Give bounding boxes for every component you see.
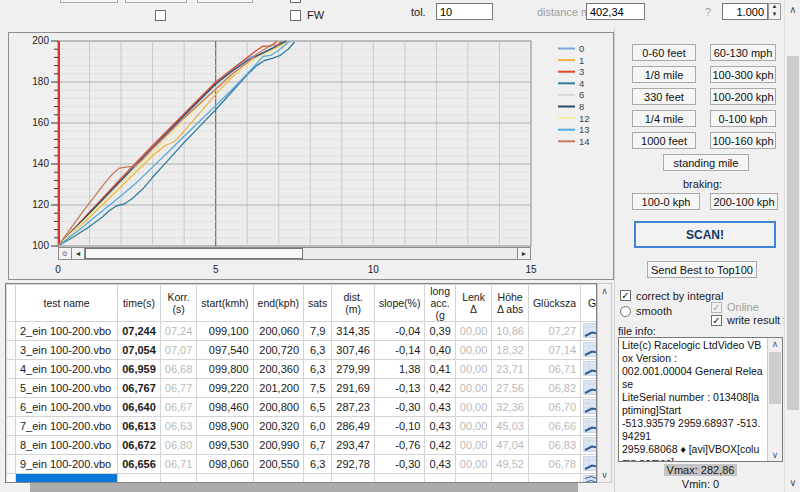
tolerance-input[interactable] [436, 3, 493, 20]
spinner-up-icon[interactable]: ▲ [769, 3, 780, 9]
table-row[interactable]: 7_ein 100-200.vbo06,61306,63098,900200,3… [7, 417, 598, 436]
row-selector[interactable] [7, 360, 16, 379]
column-header-test-name[interactable]: test name [16, 285, 118, 322]
braking-button-100-0-kph[interactable]: 100-0 kph [632, 193, 700, 210]
distance-input[interactable] [586, 3, 645, 20]
range-button-0-100-kph[interactable]: 0-100 kph [710, 110, 776, 127]
row-selector[interactable] [7, 436, 16, 455]
table-row[interactable]: 3_ein 100-200.vbo07,05407,07097,540200,7… [7, 341, 598, 360]
svg-text:100: 100 [32, 240, 49, 251]
table-scroll-down-icon[interactable]: ∨ [598, 470, 611, 480]
range-button-100-160-kph[interactable]: 100-160 kph [710, 132, 776, 149]
scan-button[interactable]: SCAN! [634, 221, 776, 248]
table-hscroll-thumb[interactable] [30, 483, 578, 492]
toolbar-partial-button-1[interactable] [60, 0, 118, 3]
column-header-korr-s[interactable]: Korr.(s) [160, 285, 197, 322]
table-row[interactable]: 8_ein 100-200.vbo06,67206,80099,530200,9… [7, 436, 598, 455]
standing-mile-button[interactable]: standing mile [663, 154, 749, 171]
table-row[interactable]: 6_ein 100-200.vbo06,64006,67098,460200,8… [7, 398, 598, 417]
chart-scroll-left-icon[interactable]: ◄ [72, 248, 85, 259]
range-button-60-130-mph[interactable]: 60-130 mph [710, 44, 776, 61]
cell-graph[interactable] [581, 322, 597, 341]
chart-scroll-right-icon[interactable]: ► [517, 248, 530, 259]
toolbar-partial-button-2[interactable] [125, 0, 187, 3]
cell-graph[interactable] [581, 360, 597, 379]
spinner-down-icon[interactable]: ▼ [769, 11, 780, 17]
cell-graph[interactable] [581, 436, 597, 455]
file-info-scroll-down-icon[interactable]: ∨ [768, 450, 782, 460]
chart-scrollbar-thumb[interactable] [85, 248, 303, 259]
file-info-box[interactable]: Lite(c) Racelogic LtdVideo VBox Version … [618, 337, 783, 462]
send-best-button[interactable]: Send Best to Top100 [647, 261, 757, 278]
row-selector[interactable] [7, 474, 16, 484]
toolbar-partial-checkbox[interactable] [290, 0, 301, 3]
file-info-scroll-thumb[interactable] [769, 352, 781, 404]
table-row[interactable]: 5_ein 100-200.vbo06,76706,77099,220201,2… [7, 379, 598, 398]
column-header-graph[interactable]: Graph [581, 285, 597, 322]
column-header-start-kmh[interactable]: start(kmh) [197, 285, 253, 322]
cell-graph[interactable] [581, 341, 597, 360]
factor-input[interactable] [722, 3, 768, 20]
graph-icon[interactable] [583, 399, 597, 414]
multi-graph-icon[interactable] [583, 475, 597, 484]
file-info-scrollbar[interactable]: ∧ ∨ [767, 338, 782, 461]
row-selector[interactable] [7, 455, 16, 474]
column-header-end-kph[interactable]: end(kph) [253, 285, 303, 322]
row-selector[interactable] [7, 341, 16, 360]
graph-icon[interactable] [583, 342, 597, 357]
column-header-sats[interactable]: sats [304, 285, 332, 322]
range-button-100-200-kph[interactable]: 100-200 kph [710, 88, 776, 105]
table-scroll-up-icon[interactable]: ∧ [598, 286, 611, 296]
table-horizontal-scrollbar[interactable] [5, 483, 597, 492]
table-row[interactable]: 9_ein 100-200.vbo06,65606,71098,060200,5… [7, 455, 598, 474]
smooth-radio[interactable] [620, 306, 631, 317]
graph-icon[interactable] [583, 418, 597, 433]
range-button-1-8-mile[interactable]: 1/8 mile [632, 66, 696, 83]
table-vertical-scrollbar[interactable]: ∧ ∨ [597, 283, 612, 483]
graph-icon[interactable] [583, 361, 597, 376]
column-header-dist-m[interactable]: dist.(m) [332, 285, 375, 322]
main-scroll-thumb[interactable] [787, 56, 799, 410]
cell-graph[interactable] [581, 398, 597, 417]
table-row[interactable]: 2_ein 100-200.vbo07,24407,24099,100200,0… [7, 322, 598, 341]
row-selector[interactable] [7, 417, 16, 436]
graph-icon[interactable] [583, 456, 597, 471]
column-header-lenk[interactable]: Lenk Δ [455, 285, 492, 322]
row-selector[interactable] [7, 398, 16, 417]
online-checkbox[interactable] [711, 302, 722, 313]
cell-graph[interactable] [581, 379, 597, 398]
cell-graph[interactable] [581, 417, 597, 436]
range-button-100-300-kph[interactable]: 100-300 kph [710, 66, 776, 83]
range-button-0-60-feet[interactable]: 0-60 feet [632, 44, 696, 61]
column-header-gl-cksza[interactable]: Glücksza [528, 285, 580, 322]
file-info-scroll-up-icon[interactable]: ∧ [768, 339, 782, 349]
main-scroll-down-icon[interactable]: ∨ [785, 477, 800, 488]
table-empty-row[interactable] [7, 474, 598, 484]
main-vertical-scrollbar[interactable]: ∧ ∨ [784, 0, 800, 492]
cell-graph[interactable] [581, 455, 597, 474]
graph-icon[interactable] [583, 323, 597, 338]
column-header-time-s[interactable]: time(s) [118, 285, 161, 322]
graph-icon[interactable] [583, 437, 597, 452]
column-header-long-acc-g[interactable]: long acc.(g [425, 285, 455, 322]
factor-spinner[interactable]: ▲ ▼ [768, 3, 781, 20]
graph-icon[interactable] [583, 380, 597, 395]
braking-button-200-100-kph[interactable]: 200-100 kph [710, 193, 778, 210]
write-result-file-checkbox[interactable] [711, 315, 722, 326]
column-header-h-he-abs[interactable]: Höhe Δ abs [492, 285, 529, 322]
row-selector[interactable] [7, 322, 16, 341]
range-button-1000-feet[interactable]: 1000 feet [632, 132, 696, 149]
range-button-1-4-mile[interactable]: 1/4 mile [632, 110, 696, 127]
column-header-slope[interactable]: slope(%) [374, 285, 424, 322]
selected-cell[interactable] [16, 474, 118, 484]
correct-by-integral-checkbox[interactable] [620, 290, 631, 301]
range-button-330-feet[interactable]: 330 feet [632, 88, 696, 105]
chart-zoom-icon[interactable]: ⊙ [59, 248, 72, 259]
toolbar-partial-button-3[interactable] [197, 0, 253, 3]
row-selector[interactable] [7, 379, 16, 398]
table-row[interactable]: 4_ein 100-200.vbo06,95906,68099,800200,3… [7, 360, 598, 379]
main-scroll-up-icon[interactable]: ∧ [785, 4, 800, 15]
toolbar-checkbox-1[interactable] [155, 10, 166, 21]
fw-checkbox[interactable] [290, 10, 301, 21]
chart-horizontal-scrollbar[interactable]: ⊙ ◄ ► [58, 247, 531, 260]
